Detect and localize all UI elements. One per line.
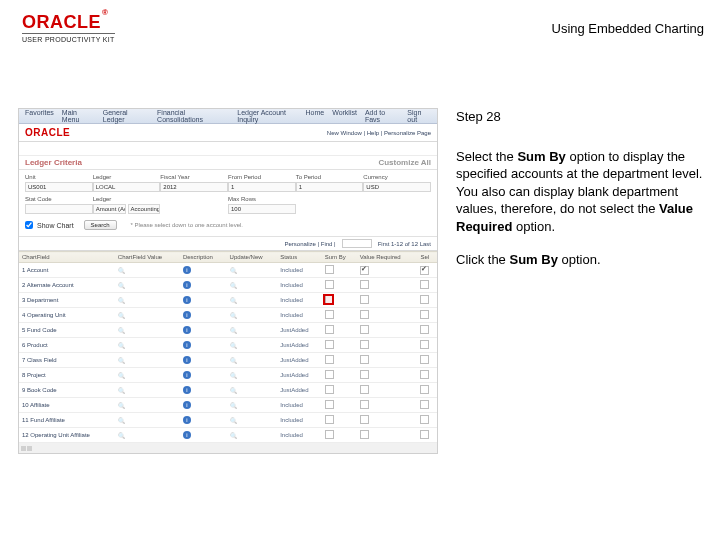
search-button[interactable]: Search — [84, 220, 117, 230]
app-nav-bar: Favorites Main Menu General Ledger Finan… — [19, 109, 437, 124]
find-input — [342, 239, 372, 248]
valuereq-checkbox[interactable] — [360, 385, 369, 394]
top-link: Add to Favs — [365, 109, 399, 123]
info-icon: i — [183, 401, 191, 409]
sel-checkbox[interactable] — [420, 415, 429, 424]
sel-checkbox[interactable] — [420, 280, 429, 289]
filter-label: Currency — [363, 174, 431, 180]
cell-valuereq — [357, 353, 418, 368]
valuereq-checkbox[interactable] — [360, 400, 369, 409]
sumby-checkbox[interactable] — [325, 280, 334, 289]
instruction-paragraph-2: Click the Sum By option. — [456, 251, 704, 269]
sumby-checkbox[interactable] — [325, 415, 334, 424]
filter-value: USD — [363, 182, 431, 192]
cell-desc: i — [180, 263, 227, 278]
filter-value: US001 — [25, 182, 93, 192]
sel-checkbox[interactable] — [420, 370, 429, 379]
cell-value — [115, 263, 180, 278]
cell-status: JustAdded — [277, 353, 322, 368]
valuereq-checkbox[interactable] — [360, 266, 369, 275]
cell-sel — [417, 383, 437, 398]
brand-block: ORACLE® USER PRODUCTIVITY KIT — [22, 13, 115, 43]
cell-sumby — [322, 353, 357, 368]
table-row: 8 ProjectiJustAdded — [19, 368, 437, 383]
cell-valuereq — [357, 278, 418, 293]
cell-status: Included — [277, 293, 322, 308]
cell-chartfield: 6 Product — [19, 338, 115, 353]
cell-update — [227, 263, 278, 278]
valuereq-checkbox[interactable] — [360, 280, 369, 289]
cell-desc: i — [180, 338, 227, 353]
valuereq-checkbox[interactable] — [360, 415, 369, 424]
cell-valuereq — [357, 293, 418, 308]
sumby-checkbox[interactable] — [325, 370, 334, 379]
top-link: Sign out — [407, 109, 431, 123]
cell-status: Included — [277, 308, 322, 323]
sumby-checkbox[interactable] — [325, 355, 334, 364]
info-icon: i — [183, 416, 191, 424]
valuereq-checkbox[interactable] — [360, 370, 369, 379]
cell-update — [227, 353, 278, 368]
valuereq-checkbox[interactable] — [360, 430, 369, 439]
cell-sumby — [322, 383, 357, 398]
cell-sel — [417, 413, 437, 428]
col-sel: Sel — [417, 252, 437, 263]
cell-value — [115, 308, 180, 323]
info-icon: i — [183, 311, 191, 319]
cell-status: Included — [277, 413, 322, 428]
sel-checkbox[interactable] — [420, 325, 429, 334]
table-row: 3 DepartmentiIncluded — [19, 293, 437, 308]
cell-chartfield: 3 Department — [19, 293, 115, 308]
sel-checkbox[interactable] — [420, 310, 429, 319]
panel-title: Ledger Criteria — [25, 158, 82, 167]
valuereq-checkbox[interactable] — [360, 310, 369, 319]
screenshot-column: Favorites Main Menu General Ledger Finan… — [18, 108, 438, 454]
sumby-checkbox[interactable] — [325, 385, 334, 394]
cell-sumby — [322, 278, 357, 293]
cell-update — [227, 308, 278, 323]
cell-sumby — [322, 368, 357, 383]
sel-checkbox[interactable] — [420, 355, 429, 364]
sel-checkbox[interactable] — [420, 340, 429, 349]
cell-valuereq — [357, 398, 418, 413]
spacer — [19, 142, 437, 156]
cell-sumby — [322, 428, 357, 443]
sel-checkbox[interactable] — [420, 385, 429, 394]
sel-checkbox[interactable] — [420, 266, 429, 275]
cell-update — [227, 338, 278, 353]
cell-desc: i — [180, 413, 227, 428]
sel-checkbox[interactable] — [420, 295, 429, 304]
filter-value: Accounting Period — [128, 204, 161, 214]
cell-valuereq — [357, 413, 418, 428]
cell-desc: i — [180, 383, 227, 398]
sumby-checkbox[interactable] — [325, 400, 334, 409]
page: ORACLE® USER PRODUCTIVITY KIT Using Embe… — [0, 0, 720, 540]
cell-chartfield: 9 Book Code — [19, 383, 115, 398]
cell-value — [115, 428, 180, 443]
brand-main-text: ORACLE — [22, 12, 101, 32]
filter-label: Max Rows — [228, 196, 296, 202]
sel-checkbox[interactable] — [420, 430, 429, 439]
sumby-checkbox[interactable] — [325, 340, 334, 349]
sumby-checkbox[interactable] — [325, 265, 334, 274]
sumby-checkbox[interactable] — [325, 310, 334, 319]
col-desc: Description — [180, 252, 227, 263]
cell-update — [227, 383, 278, 398]
sumby-checkbox[interactable] — [325, 325, 334, 334]
cell-status: Included — [277, 278, 322, 293]
document-title: Using Embedded Charting — [552, 21, 704, 36]
cell-valuereq — [357, 263, 418, 278]
grid-scrollbar — [19, 443, 437, 453]
valuereq-checkbox[interactable] — [360, 325, 369, 334]
info-icon: i — [183, 296, 191, 304]
cell-desc: i — [180, 353, 227, 368]
table-row: 1 AccountiIncluded — [19, 263, 437, 278]
valuereq-checkbox[interactable] — [360, 355, 369, 364]
show-chart-checkbox[interactable] — [25, 221, 33, 229]
sel-checkbox[interactable] — [420, 400, 429, 409]
sumby-checkbox[interactable] — [325, 430, 334, 439]
valuereq-checkbox[interactable] — [360, 295, 369, 304]
cell-chartfield: 11 Fund Affiliate — [19, 413, 115, 428]
cell-value — [115, 278, 180, 293]
valuereq-checkbox[interactable] — [360, 340, 369, 349]
